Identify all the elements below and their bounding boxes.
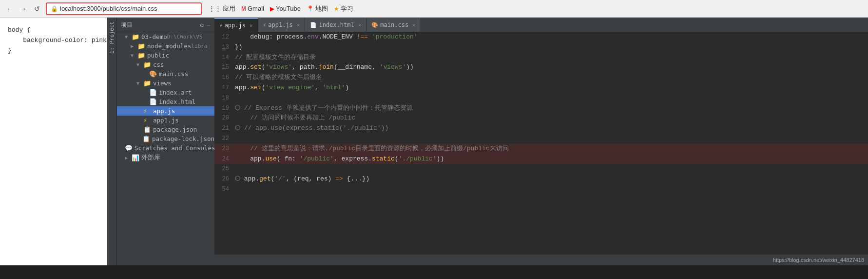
tree-item-scratches[interactable]: 💬 Scratches and Consoles [117, 143, 214, 153]
line-content: ⬡ app.get('/', (req, res) => {...}) [235, 174, 868, 184]
tree-item-03demo[interactable]: ▼ 📁 03-demo D:\CWork\VS [117, 32, 214, 41]
tab-close[interactable]: × [297, 22, 300, 28]
tree-item-index-html[interactable]: 📄 index.html [117, 97, 214, 106]
bookmark-gmail[interactable]: M Gmail [241, 5, 264, 12]
line-number: 18 [214, 93, 235, 103]
line-number: 21 [214, 123, 235, 134]
tab-close[interactable]: × [250, 22, 253, 29]
tab-app-js[interactable]: ⚡ app.js × [214, 18, 258, 32]
browser-bar: ← → ↺ 🔒 localhost:3000/public/css/main.c… [0, 0, 868, 18]
tree-label: app.js [153, 107, 175, 115]
sidebar-title: 项目 [121, 21, 133, 29]
tree-label: package.json [153, 126, 197, 133]
tree-item-external[interactable]: ▶ 📊 外部库 [117, 153, 214, 163]
js-file-icon: ⚡ [143, 107, 151, 115]
tab-close[interactable]: × [358, 22, 362, 28]
ide-side-label: 1: Project [107, 18, 117, 265]
tree-item-main-css[interactable]: 🎨 main.css [117, 69, 214, 79]
forward-button[interactable]: → [18, 3, 29, 15]
tree-item-app-js[interactable]: ⚡ app.js [117, 106, 214, 116]
address-text: localhost:3000/public/css/main.css [60, 5, 157, 12]
line-number: 17 [214, 83, 235, 93]
line-content [235, 164, 868, 174]
tree-item-app1-js[interactable]: ⚡ app1.js [117, 116, 214, 125]
line-content [235, 93, 868, 103]
tab-js-icon: ⚡ [263, 22, 267, 28]
code-line-18: 18 [214, 93, 868, 103]
node-suffix: libra [191, 43, 207, 49]
demo-path: D:\CWork\VS [167, 34, 203, 40]
study-icon: ★ [334, 5, 339, 12]
line-content: ⬡ // Express 单独提供了一个内置的中间件：托管静态资源 [235, 103, 868, 114]
apps-label: 应用 [223, 4, 235, 13]
folder-icon: 📁 [137, 52, 145, 59]
tree-label: index.art [159, 89, 192, 96]
sidebar-toolbar: 项目 ⚙ − [117, 19, 214, 32]
arrow-icon: ▶ [125, 155, 132, 160]
browser-content: body { background-color: pink; } [0, 18, 107, 265]
tab-index-html[interactable]: 📄 index.html × [305, 18, 366, 32]
line-content: }) [235, 42, 868, 53]
code-line-16: 16 // 可以省略的模板文件后缀名 [214, 73, 868, 83]
html-file-icon: 📄 [149, 98, 157, 105]
collapse-icon[interactable]: − [207, 21, 211, 29]
youtube-icon: ▶ [270, 5, 274, 12]
tree-label: Scratches and Consoles [135, 144, 214, 152]
editor-tabs: ⚡ app.js × ⚡ app1.js × 📄 index.html × 🎨 … [214, 18, 868, 32]
tree-label: public [147, 52, 169, 59]
folder-icon: 📁 [132, 33, 139, 40]
tree-item-views[interactable]: ▼ 📁 views [117, 79, 214, 88]
code-line-21: 21 ⬡ // app.use(express.static('./public… [214, 123, 868, 134]
tab-close[interactable]: × [412, 22, 416, 28]
tree-label: node_modules [147, 42, 191, 50]
sidebar-toolbar-icons: ⚙ − [200, 21, 211, 29]
refresh-button[interactable]: ↺ [31, 3, 43, 15]
settings-icon[interactable]: ⚙ [200, 21, 204, 29]
line-number: 22 [214, 134, 235, 144]
tree-item-node-modules[interactable]: ▶ 📁 node_modules libra [117, 41, 214, 51]
tree-label: 03-demo [141, 33, 167, 40]
code-line-25: 25 [214, 164, 868, 174]
bookmark-apps[interactable]: ⋮⋮ 应用 [209, 4, 235, 13]
tree-item-package-json[interactable]: 📋 package.json [117, 125, 214, 134]
bookmark-study[interactable]: ★ 学习 [334, 4, 353, 13]
tree-item-public[interactable]: ▼ 📁 public [117, 51, 214, 60]
code-line-20: 20 // 访问的时候不要再加上 /public [214, 113, 868, 123]
ide-container: 项目 ⚙ − ▼ 📁 03-demo D:\CWork\VS ▶ 📁 node_… [117, 18, 868, 265]
address-bar[interactable]: 🔒 localhost:3000/public/css/main.css [46, 2, 202, 15]
scratch-icon: 💬 [125, 144, 133, 152]
line-content: // 可以省略的模板文件后缀名 [235, 73, 868, 83]
code-line-13: 13 }) [214, 42, 868, 53]
tree-item-package-lock-json[interactable]: 📋 package-lock.json [117, 134, 214, 143]
tab-html-icon: 📄 [310, 22, 317, 28]
tab-label: main.css [380, 21, 408, 28]
editor-panel: ⚡ app.js × ⚡ app1.js × 📄 index.html × 🎨 … [214, 18, 868, 265]
code-line-24: 24 app.use( fn: '/public', express.stati… [214, 154, 868, 164]
tree-item-index-art[interactable]: 📄 index.art [117, 88, 214, 97]
status-bar: https://blog.csdn.net/weixin_44827418 [214, 255, 868, 265]
json-file-icon: 📋 [143, 126, 151, 133]
tab-label: index.html [319, 21, 354, 28]
code-line-22: 22 [214, 134, 868, 144]
bookmark-youtube[interactable]: ▶ YouTube [270, 5, 301, 12]
file-sidebar: 项目 ⚙ − ▼ 📁 03-demo D:\CWork\VS ▶ 📁 node_… [117, 18, 214, 265]
arrow-icon: ▶ [131, 43, 137, 49]
gmail-label: Gmail [248, 5, 264, 12]
tree-item-css[interactable]: ▼ 📁 css [117, 60, 214, 69]
maps-label: 地图 [315, 4, 328, 13]
line-number: 26 [214, 174, 235, 184]
tab-app1-js[interactable]: ⚡ app1.js × [258, 18, 306, 32]
tab-css-icon: 🎨 [371, 22, 378, 28]
code-line-15: 15 app.set('views', path.join(__dirname,… [214, 62, 868, 73]
line-number: 20 [214, 113, 235, 123]
arrow-icon: ▼ [131, 53, 137, 58]
line-content: ⬡ // app.use(express.static('./public')) [235, 123, 868, 134]
bookmark-maps[interactable]: 📍 地图 [307, 4, 328, 13]
line-content [235, 184, 868, 195]
line-number: 19 [214, 103, 235, 114]
line-number: 12 [214, 32, 235, 42]
tab-main-css[interactable]: 🎨 main.css × [366, 18, 421, 32]
back-button[interactable]: ← [4, 3, 16, 15]
line-number: 16 [214, 73, 235, 83]
editor-area[interactable]: 12 debug: process.env.NODE_ENV !== 'prod… [214, 32, 868, 255]
